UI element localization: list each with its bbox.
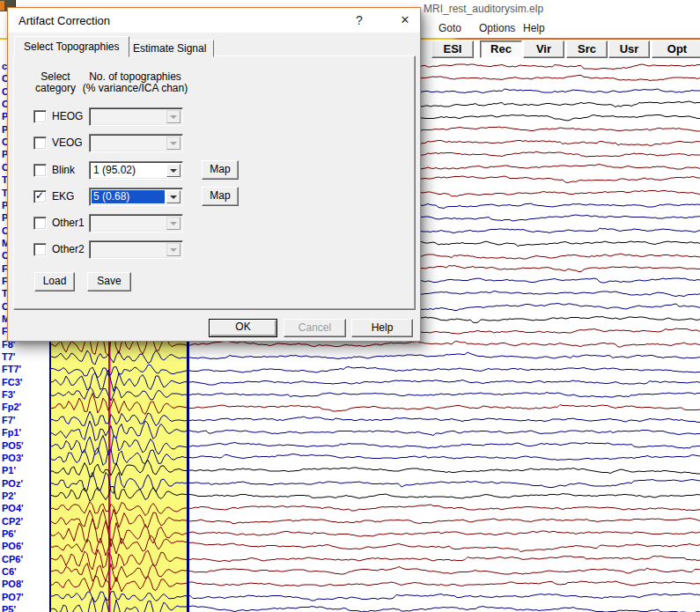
application-window: { "window": { "title_visible": "MRI_rest… xyxy=(0,0,700,612)
channel-label-POz[interactable]: POz' xyxy=(2,478,23,489)
ekg-selected-value: 5 (0.68) xyxy=(92,190,165,203)
window-title: MRI_rest_auditorysim.elp xyxy=(424,3,543,15)
chevron-down-icon[interactable] xyxy=(166,164,181,177)
close-icon[interactable]: ✕ xyxy=(395,11,415,29)
channel-label-F3[interactable]: F3' xyxy=(2,389,15,400)
heog-topography-select xyxy=(89,107,183,126)
veog-label: VEOG xyxy=(52,136,83,149)
veog-topography-select xyxy=(89,134,183,152)
channel-label-PO3[interactable]: PO3' xyxy=(2,453,24,463)
toolbar-button-vir[interactable]: Vir xyxy=(523,41,564,58)
cancel-button[interactable]: Cancel xyxy=(284,319,346,337)
channel-label-PO7[interactable]: PO7' xyxy=(2,592,24,602)
channel-label-FC3[interactable]: FC3' xyxy=(2,377,22,387)
channel-label-CP2[interactable]: CP2' xyxy=(2,516,23,527)
channel-label-PO4[interactable]: PO4' xyxy=(2,503,24,513)
save-button[interactable]: Save xyxy=(87,272,131,291)
heog-selected-value xyxy=(92,110,165,123)
menu-item-goto[interactable]: Goto xyxy=(435,21,465,35)
channel-label-Fp2[interactable]: Fp2' xyxy=(2,402,21,412)
other1-topography-select xyxy=(89,214,183,232)
ok-button[interactable]: OK xyxy=(209,319,277,337)
dialog-titlebar[interactable]: Artifact Correction ? ✕ xyxy=(8,8,420,33)
heog-label: HEOG xyxy=(52,110,83,122)
channel-label-T7[interactable]: T7' xyxy=(2,351,15,362)
other2-topography-select xyxy=(89,240,183,259)
dialog-help-button[interactable]: ? xyxy=(350,11,369,29)
blink-selected-value: 1 (95.02) xyxy=(92,164,165,177)
chevron-down-icon[interactable] xyxy=(166,190,181,203)
toolbar-button-opt[interactable]: Opt xyxy=(652,41,700,58)
channel-label-P5[interactable]: P5' xyxy=(2,604,16,612)
other2-checkbox[interactable] xyxy=(33,243,47,256)
veog-selected-value xyxy=(92,136,165,150)
tab-select-topographies[interactable]: Select Topographies xyxy=(14,36,129,57)
chevron-down-icon xyxy=(166,243,181,256)
ekg-checkbox[interactable]: ✓ xyxy=(33,190,47,203)
chevron-down-icon xyxy=(166,217,181,230)
heog-checkbox[interactable] xyxy=(33,110,47,123)
blink-checkbox[interactable] xyxy=(33,164,47,177)
toolbar-button-esi[interactable]: ESI xyxy=(431,41,474,58)
channel-label-Fp1[interactable]: Fp1' xyxy=(2,427,21,438)
toolbar-button-usr[interactable]: Usr xyxy=(608,41,650,58)
channel-label-C6[interactable]: C6' xyxy=(2,566,17,577)
other1-selected-value xyxy=(92,217,165,230)
dialog-title: Artifact Correction xyxy=(18,14,110,27)
column-header-topographies: No. of topographies (% variance/ICA chan… xyxy=(71,71,199,94)
toolbar-button-rec[interactable]: Rec xyxy=(480,41,522,58)
chevron-down-icon xyxy=(166,110,181,123)
channel-label-PO6[interactable]: PO6' xyxy=(2,541,24,551)
chevron-down-icon xyxy=(166,136,181,150)
load-button[interactable]: Load xyxy=(34,272,75,291)
channel-label-FT7[interactable]: FT7' xyxy=(2,364,21,374)
channel-label-F7[interactable]: F7' xyxy=(2,415,15,425)
channel-label-CP6[interactable]: CP6' xyxy=(2,554,23,564)
channel-label-P6[interactable]: P6' xyxy=(2,528,16,539)
channel-label-P1[interactable]: P1' xyxy=(2,465,16,476)
header-line: (% variance/ICA chan) xyxy=(71,83,199,94)
help-button[interactable]: Help xyxy=(351,319,413,337)
tab-estimate-signal[interactable]: Estimate Signal xyxy=(125,40,214,57)
ekg-label: EKG xyxy=(52,190,74,203)
channel-label-PO5[interactable]: PO5' xyxy=(2,440,24,451)
channel-label-P2[interactable]: P2' xyxy=(2,490,16,501)
channel-label-PO8[interactable]: PO8' xyxy=(2,579,24,589)
ekg-map-button[interactable]: Map xyxy=(202,187,239,206)
other2-label: Other2 xyxy=(52,243,85,255)
blink-label: Blink xyxy=(52,164,75,176)
other1-checkbox[interactable] xyxy=(33,217,47,230)
veog-checkbox[interactable] xyxy=(33,136,47,150)
checkmark-icon: ✓ xyxy=(35,189,44,202)
other2-selected-value xyxy=(92,243,165,256)
other1-label: Other1 xyxy=(52,217,85,229)
menu-item-options[interactable]: Options xyxy=(475,21,519,35)
menu-item-help[interactable]: Help xyxy=(519,21,549,35)
artifact-correction-dialog: Artifact Correction ? ✕ Select Topograph… xyxy=(7,7,421,342)
toolbar-button-src[interactable]: Src xyxy=(566,41,608,58)
ekg-topography-select[interactable]: 5 (0.68) xyxy=(89,188,183,206)
blink-topography-select[interactable]: 1 (95.02) xyxy=(89,161,183,180)
blink-map-button[interactable]: Map xyxy=(202,160,239,180)
